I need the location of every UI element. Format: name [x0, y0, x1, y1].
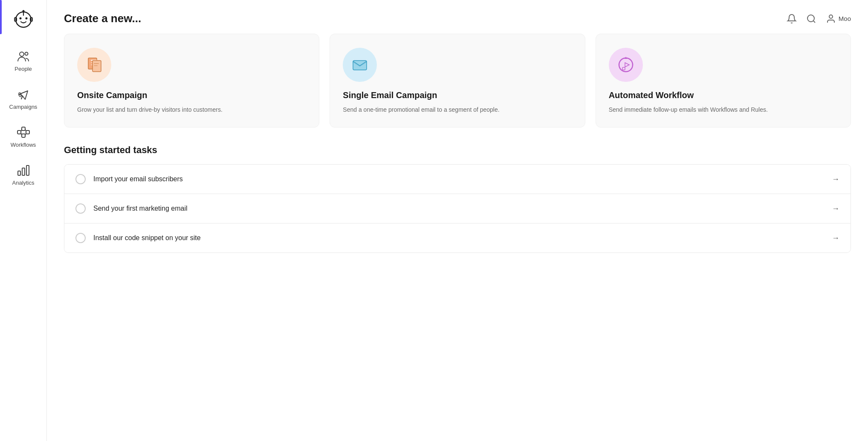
- sidebar-item-campaigns[interactable]: Campaigns: [0, 80, 46, 118]
- svg-rect-28: [94, 63, 99, 64]
- task-label-install-code: Install our code snippet on your site: [93, 234, 201, 242]
- active-nav-indicator: [0, 0, 2, 34]
- sidebar-navigation: People Campaigns Wor: [0, 42, 46, 194]
- task-item-install-code[interactable]: Install our code snippet on your site →: [64, 223, 851, 252]
- task-checkbox-send-email[interactable]: [75, 203, 86, 214]
- bell-icon[interactable]: [787, 14, 797, 24]
- onsite-campaign-icon-wrap: [77, 48, 111, 82]
- automated-workflow-card[interactable]: Automated Workflow Send immediate follow…: [596, 34, 851, 128]
- sidebar-item-workflows[interactable]: Workflows: [0, 118, 46, 156]
- onsite-campaign-desc: Grow your list and turn drive-by visitor…: [77, 105, 306, 114]
- sidebar: People Campaigns Wor: [0, 0, 47, 441]
- svg-rect-29: [94, 65, 98, 66]
- page-header: Create a new... Moo: [47, 0, 868, 34]
- onsite-campaign-card[interactable]: Onsite Campaign Grow your list and turn …: [64, 34, 319, 128]
- task-item-import-subscribers[interactable]: Import your email subscribers →: [64, 165, 851, 194]
- task-checkbox-install-code[interactable]: [75, 233, 86, 243]
- task-arrow-install-code: →: [832, 234, 839, 243]
- task-left-send-email: Send your first marketing email: [75, 203, 188, 214]
- single-email-icon-wrap: [343, 48, 377, 82]
- single-email-campaign-icon: [350, 55, 369, 74]
- svg-point-7: [20, 52, 24, 56]
- create-cards-grid: Onsite Campaign Grow your list and turn …: [64, 34, 851, 128]
- svg-line-17: [25, 133, 26, 136]
- svg-point-1: [19, 17, 21, 20]
- sidebar-workflows-label: Workflows: [11, 142, 36, 148]
- page-title: Create a new...: [64, 12, 141, 25]
- main-content: Create a new... Moo: [47, 0, 868, 441]
- svg-point-2: [25, 17, 27, 20]
- onsite-campaign-title: Onsite Campaign: [77, 90, 306, 100]
- tasks-list: Import your email subscribers → Send you…: [64, 164, 851, 253]
- svg-rect-31: [353, 61, 366, 70]
- people-icon: [17, 49, 30, 63]
- campaigns-icon: [17, 87, 30, 101]
- task-item-send-email[interactable]: Send your first marketing email →: [64, 194, 851, 223]
- svg-line-16: [25, 129, 26, 131]
- content-area: Onsite Campaign Grow your list and turn …: [47, 34, 868, 270]
- sidebar-item-analytics[interactable]: Analytics: [0, 156, 46, 194]
- automated-workflow-icon: [616, 55, 636, 75]
- svg-point-4: [22, 10, 24, 12]
- svg-rect-12: [22, 134, 25, 137]
- svg-rect-19: [22, 168, 25, 175]
- user-menu[interactable]: Moo: [826, 14, 851, 24]
- svg-rect-13: [26, 131, 29, 134]
- svg-line-14: [21, 129, 22, 132]
- svg-point-8: [25, 52, 28, 55]
- task-arrow-import: →: [832, 175, 839, 184]
- automated-workflow-title: Automated Workflow: [609, 90, 838, 100]
- svg-line-15: [21, 132, 22, 136]
- task-label-import: Import your email subscribers: [93, 175, 183, 183]
- header-actions: Moo: [787, 14, 851, 24]
- getting-started-section: Getting started tasks Import your email …: [64, 145, 851, 253]
- svg-rect-11: [22, 127, 25, 131]
- user-icon: [826, 14, 836, 24]
- automated-workflow-icon-wrap: [609, 48, 643, 82]
- svg-rect-18: [18, 171, 20, 175]
- svg-rect-34: [622, 67, 625, 70]
- getting-started-title: Getting started tasks: [64, 145, 851, 156]
- automated-workflow-desc: Send immediate follow-up emails with Wor…: [609, 105, 838, 114]
- task-left-install-code: Install our code snippet on your site: [75, 233, 201, 243]
- single-email-campaign-card[interactable]: Single Email Campaign Send a one-time pr…: [330, 34, 585, 128]
- single-email-campaign-desc: Send a one-time promotional email to a s…: [343, 105, 572, 114]
- sidebar-people-label: People: [14, 66, 32, 72]
- username-label: Moo: [839, 15, 851, 22]
- workflows-icon: [17, 125, 30, 139]
- logo-area[interactable]: [0, 0, 46, 38]
- task-label-send-email: Send your first marketing email: [93, 205, 188, 212]
- analytics-icon: [17, 163, 30, 177]
- single-email-campaign-title: Single Email Campaign: [343, 90, 572, 100]
- svg-point-22: [829, 15, 833, 18]
- sidebar-item-people[interactable]: People: [0, 42, 46, 80]
- svg-rect-20: [26, 165, 29, 175]
- svg-marker-33: [625, 63, 629, 67]
- task-left-import: Import your email subscribers: [75, 174, 183, 184]
- search-icon[interactable]: [806, 14, 816, 24]
- svg-point-21: [807, 15, 814, 22]
- task-arrow-send-email: →: [832, 204, 839, 213]
- sidebar-campaigns-label: Campaigns: [9, 104, 38, 110]
- task-checkbox-import[interactable]: [75, 174, 86, 184]
- sidebar-analytics-label: Analytics: [12, 180, 34, 186]
- svg-rect-10: [17, 131, 21, 134]
- app-logo-icon: [12, 8, 35, 30]
- onsite-campaign-icon: [85, 55, 104, 74]
